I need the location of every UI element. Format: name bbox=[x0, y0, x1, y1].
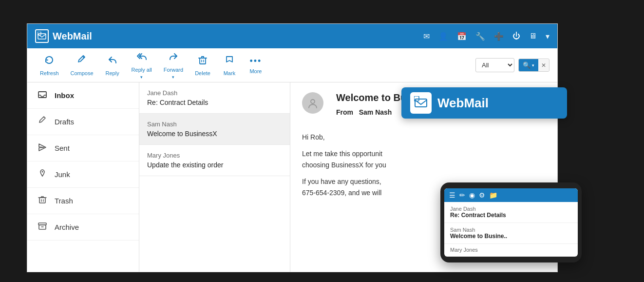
mobile-menu-icon: ☰ bbox=[449, 191, 455, 199]
email-subject-1: Re: Contract Details bbox=[147, 99, 282, 106]
drafts-label: Drafts bbox=[55, 118, 74, 126]
forward-label: Forward bbox=[164, 67, 183, 73]
refresh-icon bbox=[44, 55, 55, 68]
promo-title: WebMail bbox=[437, 96, 489, 111]
email-list: Jane Dash Re: Contract Details Sam Nash … bbox=[139, 82, 290, 272]
sidebar: Inbox Drafts Sent bbox=[27, 82, 139, 272]
forward-arrow: ▾ bbox=[172, 75, 174, 80]
svg-rect-0 bbox=[38, 34, 46, 39]
contacts-icon[interactable]: 👤 bbox=[438, 32, 448, 41]
trash-icon bbox=[37, 195, 48, 207]
email-greeting: Hi Rob, bbox=[302, 132, 546, 142]
more-icon: ••• bbox=[249, 56, 262, 66]
power-icon[interactable]: ⏻ bbox=[512, 32, 520, 40]
from-label: From bbox=[336, 108, 353, 116]
compose-label: Compose bbox=[71, 70, 94, 76]
from-name: Sam Nash bbox=[359, 108, 392, 116]
email-item-2[interactable]: Sam Nash Welcome to BusinessX bbox=[139, 114, 290, 145]
mark-icon bbox=[224, 55, 235, 68]
email-body-2: choosing BusinessX for you bbox=[302, 160, 546, 170]
email-subject-3: Update the existing order bbox=[147, 161, 282, 169]
sidebar-item-archive[interactable]: Archive bbox=[27, 214, 139, 241]
delete-button[interactable]: Delete bbox=[190, 52, 215, 79]
mobile-toggle-icon: ◉ bbox=[469, 191, 475, 199]
filter-select[interactable]: All Unread Read Flagged bbox=[475, 58, 514, 72]
compose-button[interactable]: Compose bbox=[66, 52, 98, 79]
mobile-subject-2: Welcome to Busine.. bbox=[450, 233, 572, 240]
mobile-sender-1: Jane Dash bbox=[450, 206, 572, 212]
refresh-label: Refresh bbox=[40, 70, 59, 76]
mail-icon[interactable]: ✉ bbox=[423, 32, 430, 41]
email-sender-1: Jane Dash bbox=[147, 89, 282, 97]
delete-icon bbox=[197, 55, 208, 68]
reply-label: Reply bbox=[106, 70, 119, 76]
mobile-email-2: Sam Nash Welcome to Busine.. bbox=[444, 223, 578, 244]
search-button[interactable]: 🔍 ▾ bbox=[519, 59, 538, 71]
add-icon[interactable]: ➕ bbox=[494, 32, 504, 41]
refresh-button[interactable]: Refresh bbox=[35, 52, 64, 79]
email-item-3[interactable]: Mary Jones Update the existing order bbox=[139, 145, 290, 176]
reply-icon bbox=[107, 55, 118, 68]
forward-button[interactable]: Forward ▾ bbox=[159, 48, 188, 82]
mobile-sender-2: Sam Nash bbox=[450, 227, 572, 233]
mobile-email-1: Jane Dash Re: Contract Details bbox=[444, 202, 578, 223]
mobile-compose-icon: ✏ bbox=[459, 191, 465, 199]
email-subject-2: Welcome to BusinessX bbox=[147, 130, 282, 138]
header-icons: ✉ 👤 📅 🔧 ➕ ⏻ 🖥 ▾ bbox=[423, 32, 549, 41]
reply-all-arrow: ▾ bbox=[140, 75, 143, 80]
email-item-1[interactable]: Jane Dash Re: Contract Details bbox=[139, 82, 290, 114]
svg-rect-9 bbox=[415, 99, 427, 107]
webmail-logo: WebMail bbox=[35, 29, 92, 43]
mobile-sender-3: Mary Jones bbox=[450, 247, 572, 253]
promo-badge: WebMail bbox=[401, 87, 567, 119]
junk-icon bbox=[37, 168, 48, 181]
reply-button[interactable]: Reply bbox=[100, 52, 125, 79]
search-container: 🔍 ▾ ✕ bbox=[518, 59, 549, 72]
header-bar: WebMail ✉ 👤 📅 🔧 ➕ ⏻ 🖥 ▾ bbox=[27, 24, 557, 48]
mark-label: Mark bbox=[224, 70, 235, 76]
svg-point-8 bbox=[311, 100, 315, 103]
mark-button[interactable]: Mark bbox=[217, 52, 242, 79]
inbox-icon bbox=[37, 89, 48, 101]
reply-all-label: Reply all bbox=[132, 67, 152, 73]
search-icon: 🔍 bbox=[523, 61, 530, 69]
sent-icon bbox=[37, 142, 48, 154]
trash-label: Trash bbox=[55, 197, 73, 205]
mobile-email-partial: Mary Jones bbox=[444, 244, 578, 257]
dropdown-icon[interactable]: ▾ bbox=[546, 32, 549, 41]
email-body-1: Let me take this opportunit bbox=[302, 148, 546, 159]
svg-point-4 bbox=[42, 171, 43, 173]
sidebar-item-inbox[interactable]: Inbox bbox=[27, 82, 139, 109]
forward-icon bbox=[168, 51, 179, 65]
mobile-mockup: ☰ ✏ ◉ ⚙ 📁 Jane Dash Re: Contract Details… bbox=[440, 182, 582, 262]
display-icon[interactable]: 🖥 bbox=[529, 32, 537, 40]
toolbar: Refresh Compose Reply bbox=[27, 48, 557, 82]
mobile-folder-icon: 📁 bbox=[489, 191, 497, 199]
svg-rect-2 bbox=[200, 58, 206, 64]
mobile-subject-1: Re: Contract Details bbox=[450, 212, 572, 219]
settings-icon[interactable]: 🔧 bbox=[475, 32, 485, 41]
promo-logo-icon bbox=[410, 92, 432, 114]
sidebar-item-junk[interactable]: Junk bbox=[27, 161, 139, 188]
email-sender-2: Sam Nash bbox=[147, 121, 282, 128]
more-button[interactable]: ••• More bbox=[244, 53, 268, 77]
delete-label: Delete bbox=[195, 70, 210, 76]
search-clear-button[interactable]: ✕ bbox=[538, 60, 549, 71]
logo-text: WebMail bbox=[53, 31, 92, 42]
calendar-icon[interactable]: 📅 bbox=[457, 32, 467, 41]
sent-label: Sent bbox=[55, 144, 70, 152]
mobile-settings-icon: ⚙ bbox=[479, 191, 485, 199]
sidebar-item-trash[interactable]: Trash bbox=[27, 188, 139, 214]
sidebar-item-drafts[interactable]: Drafts bbox=[27, 109, 139, 135]
archive-label: Archive bbox=[55, 223, 79, 231]
sidebar-item-sent[interactable]: Sent bbox=[27, 135, 139, 161]
reply-all-button[interactable]: Reply all ▾ bbox=[127, 48, 157, 82]
drafts-icon bbox=[37, 116, 48, 128]
avatar bbox=[302, 92, 323, 114]
archive-icon bbox=[37, 221, 48, 233]
mobile-email-list: Jane Dash Re: Contract Details Sam Nash … bbox=[444, 202, 578, 257]
email-sender-3: Mary Jones bbox=[147, 152, 282, 159]
webmail-app: WebMail ✉ 👤 📅 🔧 ➕ ⏻ 🖥 ▾ Refresh bbox=[27, 23, 558, 272]
search-dropdown-icon: ▾ bbox=[532, 63, 534, 68]
inbox-label: Inbox bbox=[55, 91, 74, 100]
